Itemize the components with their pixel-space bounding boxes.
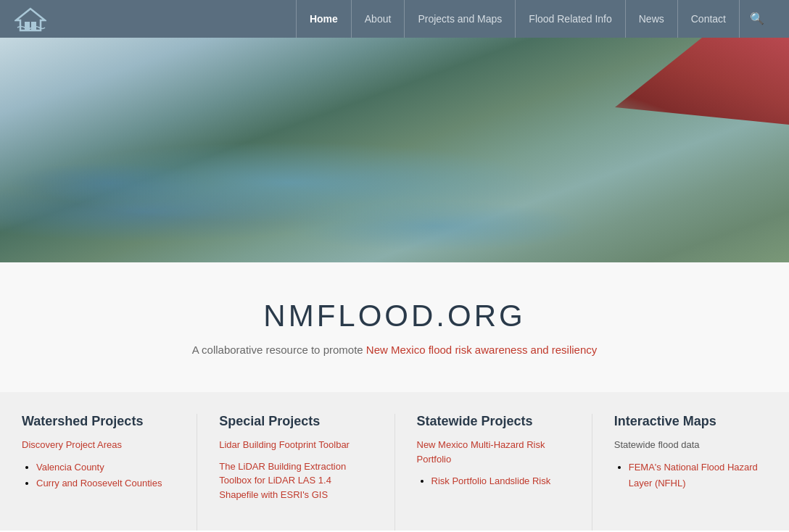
list-item: Curry and Roosevelt Counties [36,475,175,491]
curry-roosevelt-link[interactable]: Curry and Roosevelt Counties [36,478,162,489]
fema-nfhl-link[interactable]: FEMA's National Flood Hazard Layer (NFHL… [629,462,758,489]
interactive-maps-col: Interactive Maps Statewide flood data FE… [592,414,789,531]
statewide-list: Risk Portfolio Landslide Risk [417,473,570,489]
nav-item-contact[interactable]: Contact [677,0,739,38]
hero-image [0,38,789,262]
statewide-title: Statewide Projects [417,414,570,429]
site-title: NMFLOOD.ORG [15,299,774,333]
nav-link-home[interactable]: Home [296,0,351,38]
search-icon[interactable]: 🔍 [739,0,774,38]
landslide-risk-link[interactable]: Risk Portfolio Landslide Risk [431,475,551,486]
nav-item-flood[interactable]: Flood Related Info [515,0,624,38]
discovery-link[interactable]: Discovery Project Areas [22,438,175,452]
lidar-extraction-link[interactable]: The LiDAR Building Extraction Toolbox fo… [219,460,372,502]
nav-item-about[interactable]: About [351,0,405,38]
watershed-projects-col: Watershed Projects Discovery Project Are… [0,414,197,531]
statewide-flood-label: Statewide flood data [614,438,767,452]
svg-marker-0 [16,9,45,30]
nav-link-news[interactable]: News [625,0,677,38]
nav-item-news[interactable]: News [625,0,677,38]
interactive-title: Interactive Maps [614,414,767,429]
valencia-county-link[interactable]: Valencia County [36,462,104,473]
nav-link-projects[interactable]: Projects and Maps [404,0,515,38]
site-subtitle: A collaborative resource to promote New … [15,344,774,356]
nav-link-about[interactable]: About [351,0,405,38]
nav-link-contact[interactable]: Contact [677,0,739,38]
logo-icon [15,6,46,32]
bottom-section: Watershed Projects Discovery Project Are… [0,392,789,531]
lidar-footprint-link[interactable]: Lidar Building Footprint Toolbar [219,438,372,452]
list-item: Valencia County [36,460,175,475]
hero-text-section: NMFLOOD.ORG A collaborative resource to … [0,262,789,392]
list-item: FEMA's National Flood Hazard Layer (NFHL… [629,460,767,491]
nav-item-home[interactable]: Home [296,0,351,38]
nav-item-projects[interactable]: Projects and Maps [404,0,515,38]
watershed-list: Valencia County Curry and Roosevelt Coun… [22,460,175,491]
site-logo[interactable] [15,6,46,32]
statewide-projects-col: Statewide Projects New Mexico Multi-Haza… [395,414,592,531]
special-projects-col: Special Projects Lidar Building Footprin… [197,414,394,531]
list-item: Risk Portfolio Landslide Risk [431,473,570,489]
watershed-title: Watershed Projects [22,414,175,429]
special-title: Special Projects [219,414,372,429]
navbar: Home About Projects and Maps Flood Relat… [0,0,789,38]
interactive-list: FEMA's National Flood Hazard Layer (NFHL… [614,460,767,491]
subtitle-link[interactable]: New Mexico flood risk awareness and resi… [366,344,597,356]
subtitle-pre: A collaborative resource to promote [192,344,366,356]
nav-links: Home About Projects and Maps Flood Relat… [296,0,739,38]
nav-link-flood[interactable]: Flood Related Info [515,0,624,38]
multi-hazard-link[interactable]: New Mexico Multi-Hazard Risk Portfolio [417,438,570,466]
